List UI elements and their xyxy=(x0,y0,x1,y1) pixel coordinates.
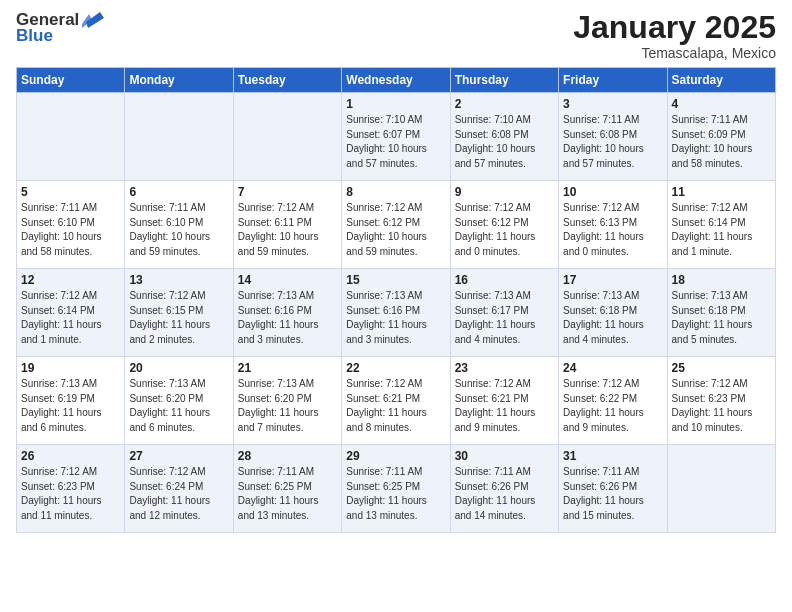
logo-icon xyxy=(82,10,104,30)
day-number: 18 xyxy=(672,273,771,287)
day-number: 22 xyxy=(346,361,445,375)
table-row: 4Sunrise: 7:11 AM Sunset: 6:09 PM Daylig… xyxy=(667,93,775,181)
table-row: 5Sunrise: 7:11 AM Sunset: 6:10 PM Daylig… xyxy=(17,181,125,269)
day-number: 15 xyxy=(346,273,445,287)
day-info: Sunrise: 7:12 AM Sunset: 6:13 PM Dayligh… xyxy=(563,201,662,259)
col-thursday: Thursday xyxy=(450,68,558,93)
table-row: 3Sunrise: 7:11 AM Sunset: 6:08 PM Daylig… xyxy=(559,93,667,181)
table-row: 26Sunrise: 7:12 AM Sunset: 6:23 PM Dayli… xyxy=(17,445,125,533)
day-number: 10 xyxy=(563,185,662,199)
logo-blue-text: Blue xyxy=(16,26,53,46)
day-info: Sunrise: 7:11 AM Sunset: 6:08 PM Dayligh… xyxy=(563,113,662,171)
day-number: 1 xyxy=(346,97,445,111)
day-number: 31 xyxy=(563,449,662,463)
day-info: Sunrise: 7:12 AM Sunset: 6:14 PM Dayligh… xyxy=(21,289,120,347)
day-info: Sunrise: 7:12 AM Sunset: 6:22 PM Dayligh… xyxy=(563,377,662,435)
day-info: Sunrise: 7:13 AM Sunset: 6:16 PM Dayligh… xyxy=(346,289,445,347)
day-number: 11 xyxy=(672,185,771,199)
calendar-week-row: 26Sunrise: 7:12 AM Sunset: 6:23 PM Dayli… xyxy=(17,445,776,533)
table-row: 14Sunrise: 7:13 AM Sunset: 6:16 PM Dayli… xyxy=(233,269,341,357)
day-number: 21 xyxy=(238,361,337,375)
table-row: 11Sunrise: 7:12 AM Sunset: 6:14 PM Dayli… xyxy=(667,181,775,269)
day-info: Sunrise: 7:12 AM Sunset: 6:21 PM Dayligh… xyxy=(346,377,445,435)
day-number: 16 xyxy=(455,273,554,287)
day-info: Sunrise: 7:11 AM Sunset: 6:09 PM Dayligh… xyxy=(672,113,771,171)
table-row: 1Sunrise: 7:10 AM Sunset: 6:07 PM Daylig… xyxy=(342,93,450,181)
calendar-week-row: 5Sunrise: 7:11 AM Sunset: 6:10 PM Daylig… xyxy=(17,181,776,269)
day-info: Sunrise: 7:13 AM Sunset: 6:17 PM Dayligh… xyxy=(455,289,554,347)
day-number: 6 xyxy=(129,185,228,199)
calendar-header-row: Sunday Monday Tuesday Wednesday Thursday… xyxy=(17,68,776,93)
day-info: Sunrise: 7:11 AM Sunset: 6:25 PM Dayligh… xyxy=(346,465,445,523)
day-number: 5 xyxy=(21,185,120,199)
day-info: Sunrise: 7:11 AM Sunset: 6:10 PM Dayligh… xyxy=(129,201,228,259)
title-block: January 2025 Temascalapa, Mexico xyxy=(573,10,776,61)
day-info: Sunrise: 7:13 AM Sunset: 6:19 PM Dayligh… xyxy=(21,377,120,435)
day-info: Sunrise: 7:12 AM Sunset: 6:12 PM Dayligh… xyxy=(346,201,445,259)
calendar-table: Sunday Monday Tuesday Wednesday Thursday… xyxy=(16,67,776,533)
table-row xyxy=(17,93,125,181)
table-row: 16Sunrise: 7:13 AM Sunset: 6:17 PM Dayli… xyxy=(450,269,558,357)
table-row xyxy=(667,445,775,533)
day-number: 4 xyxy=(672,97,771,111)
table-row: 25Sunrise: 7:12 AM Sunset: 6:23 PM Dayli… xyxy=(667,357,775,445)
table-row: 28Sunrise: 7:11 AM Sunset: 6:25 PM Dayli… xyxy=(233,445,341,533)
day-number: 2 xyxy=(455,97,554,111)
day-info: Sunrise: 7:13 AM Sunset: 6:20 PM Dayligh… xyxy=(238,377,337,435)
day-info: Sunrise: 7:11 AM Sunset: 6:26 PM Dayligh… xyxy=(455,465,554,523)
table-row: 13Sunrise: 7:12 AM Sunset: 6:15 PM Dayli… xyxy=(125,269,233,357)
table-row: 10Sunrise: 7:12 AM Sunset: 6:13 PM Dayli… xyxy=(559,181,667,269)
calendar-week-row: 19Sunrise: 7:13 AM Sunset: 6:19 PM Dayli… xyxy=(17,357,776,445)
day-info: Sunrise: 7:12 AM Sunset: 6:21 PM Dayligh… xyxy=(455,377,554,435)
day-number: 14 xyxy=(238,273,337,287)
day-info: Sunrise: 7:12 AM Sunset: 6:12 PM Dayligh… xyxy=(455,201,554,259)
day-number: 8 xyxy=(346,185,445,199)
page: General Blue January 2025 Temascalapa, M… xyxy=(0,0,792,612)
day-number: 27 xyxy=(129,449,228,463)
day-info: Sunrise: 7:12 AM Sunset: 6:23 PM Dayligh… xyxy=(21,465,120,523)
table-row: 31Sunrise: 7:11 AM Sunset: 6:26 PM Dayli… xyxy=(559,445,667,533)
day-number: 30 xyxy=(455,449,554,463)
table-row: 27Sunrise: 7:12 AM Sunset: 6:24 PM Dayli… xyxy=(125,445,233,533)
table-row: 23Sunrise: 7:12 AM Sunset: 6:21 PM Dayli… xyxy=(450,357,558,445)
table-row: 17Sunrise: 7:13 AM Sunset: 6:18 PM Dayli… xyxy=(559,269,667,357)
day-info: Sunrise: 7:12 AM Sunset: 6:24 PM Dayligh… xyxy=(129,465,228,523)
month-title: January 2025 xyxy=(573,10,776,45)
day-info: Sunrise: 7:12 AM Sunset: 6:23 PM Dayligh… xyxy=(672,377,771,435)
calendar-week-row: 1Sunrise: 7:10 AM Sunset: 6:07 PM Daylig… xyxy=(17,93,776,181)
table-row: 29Sunrise: 7:11 AM Sunset: 6:25 PM Dayli… xyxy=(342,445,450,533)
day-info: Sunrise: 7:13 AM Sunset: 6:20 PM Dayligh… xyxy=(129,377,228,435)
day-info: Sunrise: 7:12 AM Sunset: 6:11 PM Dayligh… xyxy=(238,201,337,259)
day-number: 7 xyxy=(238,185,337,199)
table-row: 21Sunrise: 7:13 AM Sunset: 6:20 PM Dayli… xyxy=(233,357,341,445)
table-row: 8Sunrise: 7:12 AM Sunset: 6:12 PM Daylig… xyxy=(342,181,450,269)
table-row: 15Sunrise: 7:13 AM Sunset: 6:16 PM Dayli… xyxy=(342,269,450,357)
day-info: Sunrise: 7:12 AM Sunset: 6:14 PM Dayligh… xyxy=(672,201,771,259)
col-sunday: Sunday xyxy=(17,68,125,93)
day-info: Sunrise: 7:10 AM Sunset: 6:07 PM Dayligh… xyxy=(346,113,445,171)
day-info: Sunrise: 7:13 AM Sunset: 6:16 PM Dayligh… xyxy=(238,289,337,347)
day-number: 13 xyxy=(129,273,228,287)
table-row: 20Sunrise: 7:13 AM Sunset: 6:20 PM Dayli… xyxy=(125,357,233,445)
day-info: Sunrise: 7:13 AM Sunset: 6:18 PM Dayligh… xyxy=(672,289,771,347)
logo: General Blue xyxy=(16,10,104,46)
col-tuesday: Tuesday xyxy=(233,68,341,93)
day-info: Sunrise: 7:12 AM Sunset: 6:15 PM Dayligh… xyxy=(129,289,228,347)
day-info: Sunrise: 7:13 AM Sunset: 6:18 PM Dayligh… xyxy=(563,289,662,347)
day-number: 17 xyxy=(563,273,662,287)
day-number: 23 xyxy=(455,361,554,375)
day-number: 3 xyxy=(563,97,662,111)
location: Temascalapa, Mexico xyxy=(573,45,776,61)
col-friday: Friday xyxy=(559,68,667,93)
table-row: 19Sunrise: 7:13 AM Sunset: 6:19 PM Dayli… xyxy=(17,357,125,445)
day-number: 28 xyxy=(238,449,337,463)
day-number: 24 xyxy=(563,361,662,375)
table-row: 24Sunrise: 7:12 AM Sunset: 6:22 PM Dayli… xyxy=(559,357,667,445)
col-wednesday: Wednesday xyxy=(342,68,450,93)
table-row xyxy=(233,93,341,181)
day-info: Sunrise: 7:11 AM Sunset: 6:25 PM Dayligh… xyxy=(238,465,337,523)
day-info: Sunrise: 7:11 AM Sunset: 6:10 PM Dayligh… xyxy=(21,201,120,259)
day-number: 9 xyxy=(455,185,554,199)
col-saturday: Saturday xyxy=(667,68,775,93)
day-number: 20 xyxy=(129,361,228,375)
